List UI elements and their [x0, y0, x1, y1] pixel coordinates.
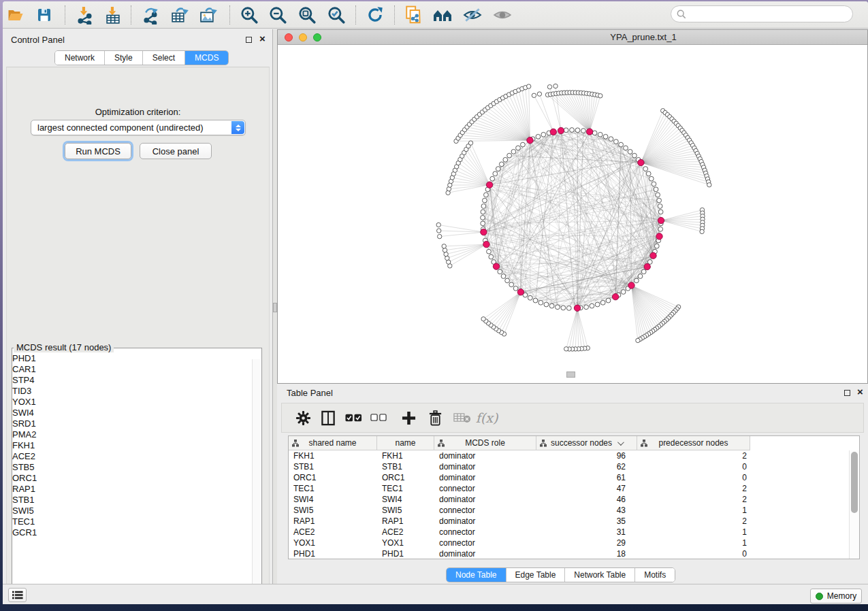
- table-row[interactable]: SWI5SWI5connector431: [289, 505, 849, 516]
- mcds-result-item[interactable]: TEC1: [12, 516, 252, 527]
- run-mcds-button[interactable]: Run MCDS: [65, 143, 131, 159]
- mcds-result-item[interactable]: CAR1: [12, 364, 252, 375]
- open-folder-icon: [6, 7, 25, 23]
- export-image-button[interactable]: [195, 3, 220, 27]
- close-panel-icon[interactable]: ×: [259, 33, 266, 44]
- zoom-fit-button[interactable]: [295, 3, 319, 27]
- column-header-name[interactable]: name: [377, 436, 434, 450]
- mcds-result-item[interactable]: SRD1: [12, 418, 252, 429]
- column-header-predecessor-nodes[interactable]: predecessor nodes: [637, 436, 750, 450]
- float-table-panel-icon[interactable]: [844, 390, 850, 396]
- mcds-result-item[interactable]: GCR1: [12, 527, 252, 538]
- table-row[interactable]: ORC1ORC1dominator610: [289, 472, 849, 483]
- network-window-titlebar[interactable]: YPA_prune.txt_1: [278, 30, 867, 45]
- mcds-result-item[interactable]: YOX1: [12, 397, 252, 408]
- select-all-columns-button[interactable]: [343, 406, 364, 429]
- hide-eye-icon: [463, 7, 482, 23]
- zoom-out-button[interactable]: [266, 3, 290, 27]
- table-scrollbar[interactable]: [849, 450, 859, 559]
- column-type-icon: [292, 440, 299, 447]
- zoom-in-button[interactable]: [237, 3, 261, 27]
- hide-selected-button[interactable]: [460, 3, 485, 27]
- mcds-result-list: PHD1CAR1STP4TID3YOX1SWI4SRD1PMA2FKH1ACE2…: [12, 353, 252, 595]
- zoom-out-icon: [268, 5, 287, 24]
- optimization-criterion-value: largest connected component (undirected): [37, 122, 204, 133]
- deselect-all-columns-button[interactable]: [368, 406, 389, 429]
- mcds-result-item[interactable]: PMA2: [12, 429, 252, 440]
- table-row[interactable]: SWI4SWI4dominator462: [289, 494, 849, 505]
- new-network-from-selection-icon: [404, 5, 423, 24]
- mcds-result-item[interactable]: PHD1: [12, 353, 252, 364]
- table-row[interactable]: TEC1TEC1connector472: [289, 483, 849, 494]
- optimization-criterion-select[interactable]: largest connected component (undirected): [31, 120, 246, 135]
- add-column-button[interactable]: [398, 406, 419, 429]
- mcds-result-item[interactable]: STB5: [12, 462, 252, 473]
- mcds-result-item[interactable]: TID3: [12, 386, 252, 397]
- mcds-result-scrollbar[interactable]: [252, 359, 261, 597]
- mcds-result-item[interactable]: ORC1: [12, 473, 252, 484]
- table-header-row: shared namenameMCDS rolesuccessor nodesp…: [289, 436, 859, 450]
- tab-motifs[interactable]: Motifs: [635, 568, 675, 582]
- close-table-panel-icon[interactable]: ×: [857, 386, 863, 397]
- toolbar-separator: [355, 5, 356, 24]
- table-row[interactable]: YOX1YOX1connector291: [289, 538, 849, 548]
- table-panel: Table Panel ×: [277, 384, 868, 584]
- memory-status-icon: [816, 593, 823, 600]
- mcds-result-item[interactable]: ACE2: [12, 451, 252, 462]
- import-network-icon: [76, 6, 94, 24]
- open-file-button[interactable]: [3, 3, 27, 27]
- mcds-result-title: MCDS result (17 nodes): [14, 342, 114, 352]
- float-panel-icon[interactable]: [246, 37, 252, 43]
- close-panel-button[interactable]: Close panel: [140, 143, 212, 159]
- tab-edge-table[interactable]: Edge Table: [507, 568, 566, 582]
- tab-network[interactable]: Network: [55, 51, 105, 65]
- table-row[interactable]: STB1STB1dominator620: [289, 461, 849, 472]
- mcds-result-item[interactable]: STP4: [12, 375, 252, 386]
- column-header-MCDS-role[interactable]: MCDS role: [434, 436, 536, 450]
- table-row[interactable]: RAP1RAP1dominator352: [289, 516, 849, 527]
- unchecked-boxes-icon: [370, 414, 387, 422]
- table-row[interactable]: FKH1FKH1dominator962: [289, 450, 849, 461]
- network-canvas[interactable]: [278, 45, 867, 383]
- split-pane-button[interactable]: [318, 406, 338, 429]
- search-input[interactable]: [689, 10, 852, 19]
- first-neighbors-button[interactable]: [431, 3, 455, 27]
- task-monitor-button[interactable]: [8, 588, 27, 602]
- table-toolbar: f(x): [281, 403, 864, 433]
- network-from-selection-button[interactable]: [402, 3, 426, 27]
- import-table-button[interactable]: [101, 3, 125, 27]
- column-header-successor-nodes[interactable]: successor nodes: [536, 436, 637, 450]
- export-table-icon: [170, 6, 189, 24]
- show-all-button[interactable]: [490, 3, 515, 27]
- zoom-fit-icon: [298, 5, 317, 24]
- zoom-selected-button[interactable]: [324, 3, 349, 27]
- mcds-result-item[interactable]: RAP1: [12, 484, 252, 495]
- table-row[interactable]: ACE2ACE2connector311: [289, 527, 849, 538]
- tab-node-table[interactable]: Node Table: [447, 568, 507, 582]
- export-network-button[interactable]: [139, 3, 163, 27]
- tab-mcds[interactable]: MCDS: [185, 51, 228, 65]
- delete-table-button: [452, 406, 472, 429]
- memory-button[interactable]: Memory: [810, 589, 862, 604]
- mcds-result-item[interactable]: SWI4: [12, 408, 252, 418]
- tab-select[interactable]: Select: [143, 51, 185, 65]
- apply-layout-button[interactable]: [363, 3, 387, 27]
- mcds-result-item[interactable]: FKH1: [12, 440, 252, 451]
- import-network-button[interactable]: [72, 3, 97, 27]
- main-toolbar: [3, 1, 868, 29]
- network-scroll-grip[interactable]: [566, 371, 575, 378]
- export-table-button[interactable]: [167, 3, 191, 27]
- column-header-shared-name[interactable]: shared name: [289, 436, 377, 450]
- mcds-result-item[interactable]: STB1: [12, 495, 252, 506]
- column-settings-button[interactable]: [293, 406, 313, 429]
- delete-column-button[interactable]: [425, 406, 445, 429]
- tab-network-table[interactable]: Network Table: [565, 568, 635, 582]
- mcds-result-item[interactable]: SWI5: [12, 506, 252, 516]
- save-session-button[interactable]: [32, 3, 57, 27]
- table-scrollbar-thumb[interactable]: [851, 452, 858, 513]
- tab-style[interactable]: Style: [105, 51, 143, 65]
- search-box[interactable]: [671, 5, 853, 22]
- table-row[interactable]: PHD1PHD1dominator180: [289, 548, 849, 559]
- toolbar-separator: [229, 5, 230, 24]
- table-panel-title: Table Panel: [287, 388, 333, 398]
